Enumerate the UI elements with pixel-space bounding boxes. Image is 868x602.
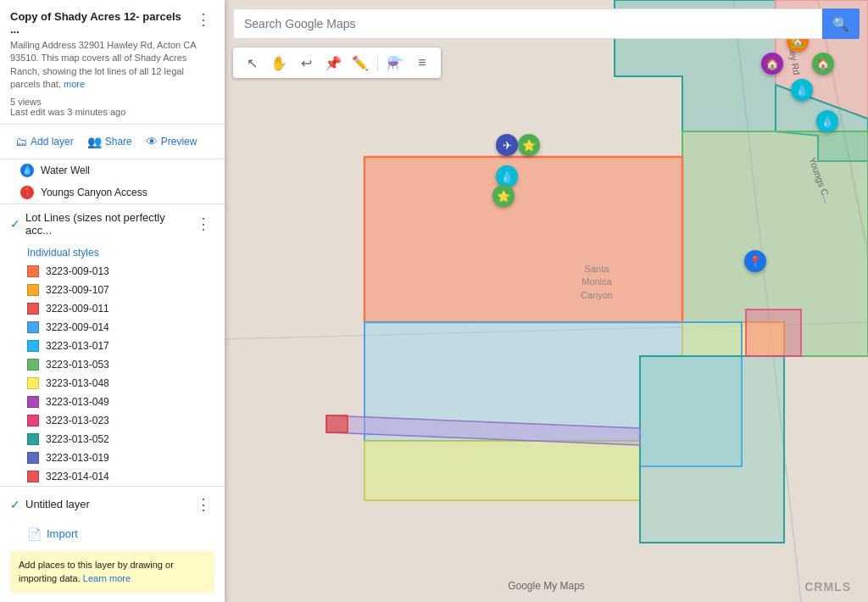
lot-color-swatch <box>27 340 39 352</box>
search-button[interactable]: 🔍 <box>822 8 860 39</box>
lot-lines-section: ✓ Lot Lines (sizes not perfectly acc... … <box>0 204 225 487</box>
share-icon: 👥 <box>87 135 102 148</box>
svg-marker-15 <box>326 415 348 432</box>
menu-tool-button[interactable]: ≡ <box>410 51 434 75</box>
lot-item[interactable]: 3223-013-052 <box>0 430 225 449</box>
lot-item[interactable]: 3223-013-019 <box>0 449 225 467</box>
crmls-watermark: CRMLS <box>804 580 851 594</box>
map-title-section: Copy of Shady Acres 12- parcels ... ⋮ Ma… <box>0 0 225 125</box>
lot-label: 3223-013-017 <box>46 340 109 352</box>
pin-tool-button[interactable]: 📌 <box>321 51 345 75</box>
lot-color-swatch <box>27 303 39 315</box>
cursor-tool-button[interactable]: ↖ <box>240 51 264 75</box>
map-icon-green-star2[interactable]: ⭐ <box>492 185 515 207</box>
lot-label: 3223-013-053 <box>46 359 109 371</box>
lot-lines-header[interactable]: ✓ Lot Lines (sizes not perfectly acc... … <box>0 204 225 243</box>
untitled-layer-1-header[interactable]: ✓ Untitled layer ⋮ <box>0 487 225 522</box>
lot-item[interactable]: 3223-009-013 <box>0 262 225 281</box>
lot-color-swatch <box>27 265 39 277</box>
search-bar: 🔍 <box>233 8 860 39</box>
add-layer-button[interactable]: 🗂 Add layer <box>10 131 79 152</box>
lot-label: 3223-013-052 <box>46 433 109 445</box>
sidebar: Copy of Shady Acres 12- parcels ... ⋮ Ma… <box>0 0 225 602</box>
svg-marker-8 <box>364 157 682 322</box>
add-layer-icon: 🗂 <box>15 135 27 148</box>
lot-items-container: 3223-009-013 3223-009-107 3223-009-011 3… <box>0 262 225 486</box>
google-watermark: Google My Maps <box>508 580 585 592</box>
add-places-box: Add places to this layer by drawing or i… <box>10 551 214 593</box>
share-button[interactable]: 👥 Share <box>82 131 137 152</box>
lot-item[interactable]: 3223-009-011 <box>0 299 225 318</box>
points-layer-section: 💧 Water Well 📍 Youngs Canyon Access <box>0 159 225 204</box>
map-icon-blue-mid[interactable]: ✈ <box>496 134 518 156</box>
lot-item[interactable]: 3223-013-023 <box>0 411 225 430</box>
lot-label: 3223-013-048 <box>46 377 109 389</box>
lot-label: 3223-009-107 <box>46 284 109 296</box>
lot-label: 3223-009-013 <box>46 265 109 277</box>
search-input[interactable] <box>233 8 822 39</box>
preview-button[interactable]: 👁 Preview <box>141 131 203 152</box>
lot-label: 3223-014-014 <box>46 471 109 482</box>
lot-label: 3223-009-011 <box>46 303 109 315</box>
map-views: 5 views Last edit was 3 minutes ago <box>10 97 214 117</box>
map-area[interactable]: Youngs C... Hawley Rd SantaMonicaCanyon … <box>225 0 868 602</box>
svg-marker-12 <box>640 356 784 543</box>
lot-item[interactable]: 3223-014-014 <box>0 467 225 486</box>
lot-item[interactable]: 3223-013-017 <box>0 337 225 355</box>
import-button[interactable]: 📄 Import <box>0 522 225 546</box>
lot-label: 3223-013-049 <box>46 396 109 408</box>
svg-marker-11 <box>364 441 640 500</box>
map-icon-teal-2[interactable]: 💧 <box>791 79 813 101</box>
toolbar-separator <box>377 54 378 71</box>
untitled-layer-1-title: Untitled layer <box>25 498 192 510</box>
map-icon-green-top[interactable]: 🏠 <box>812 53 834 75</box>
lot-color-swatch <box>27 359 39 371</box>
lot-color-swatch <box>27 377 39 389</box>
lot-color-swatch <box>27 433 39 445</box>
undo-button[interactable]: ↩ <box>294 51 318 75</box>
map-title: Copy of Shady Acres 12- parcels ... <box>10 10 189 36</box>
map-svg <box>225 0 868 602</box>
search-icon: 🔍 <box>832 16 849 32</box>
map-icon-purple-top[interactable]: 🏠 <box>761 53 783 75</box>
point-item-youngs-canyon[interactable]: 📍 Youngs Canyon Access <box>0 181 225 203</box>
lot-lines-title: Lot Lines (sizes not perfectly acc... <box>25 211 192 237</box>
untitled-layer-1-check: ✓ <box>10 498 20 511</box>
lot-item[interactable]: 3223-013-053 <box>0 355 225 374</box>
layer-toolbar: 🗂 Add layer 👥 Share 👁 Preview <box>0 125 225 159</box>
youngs-canyon-label: Youngs Canyon Access <box>41 187 147 198</box>
lot-lines-menu-button[interactable]: ⋮ <box>192 213 214 235</box>
individual-styles-row: Individual styles <box>0 243 225 262</box>
lot-item[interactable]: 3223-013-048 <box>0 374 225 393</box>
draw-tool-button[interactable]: ✏️ <box>348 51 372 75</box>
point-item-water-well[interactable]: 💧 Water Well <box>0 159 225 181</box>
untitled-layer-1-menu-button[interactable]: ⋮ <box>192 493 214 516</box>
learn-more-link[interactable]: Learn more <box>83 573 131 583</box>
map-icon-green-star[interactable]: ⭐ <box>518 134 540 156</box>
youngs-canyon-icon: 📍 <box>20 186 34 199</box>
untitled-layer-1-section: ✓ Untitled layer ⋮ 📄 Import Add places t… <box>0 487 225 602</box>
water-well-label: Water Well <box>41 164 90 176</box>
lot-item[interactable]: 3223-009-014 <box>0 318 225 337</box>
individual-styles-label[interactable]: Individual styles <box>27 247 99 259</box>
lot-label: 3223-013-019 <box>46 452 109 464</box>
map-icon-blue-pin[interactable]: 📍 <box>744 250 766 272</box>
map-toolbar: ↖ ✋ ↩ 📌 ✏️ ⚗️ ≡ <box>233 47 441 78</box>
lot-label: 3223-009-014 <box>46 321 109 333</box>
map-more-button[interactable]: ⋮ <box>192 10 214 29</box>
lot-color-swatch <box>27 415 39 426</box>
map-icon-teal-3[interactable]: 💧 <box>816 110 838 132</box>
more-link[interactable]: more <box>64 79 85 89</box>
map-icon-teal-mid[interactable]: 💧 <box>496 165 518 187</box>
lot-label: 3223-013-023 <box>46 415 109 426</box>
lot-color-swatch <box>27 321 39 333</box>
lot-lines-check: ✓ <box>10 217 20 231</box>
lot-item[interactable]: 3223-013-049 <box>0 393 225 411</box>
water-well-icon: 💧 <box>20 164 34 177</box>
pan-tool-button[interactable]: ✋ <box>267 51 291 75</box>
lot-color-swatch <box>27 396 39 408</box>
filter-tool-button[interactable]: ⚗️ <box>383 51 407 75</box>
lot-item[interactable]: 3223-009-107 <box>0 281 225 299</box>
santa-canyon-label: SantaMonicaCanyon <box>581 263 613 302</box>
svg-marker-13 <box>746 309 801 356</box>
